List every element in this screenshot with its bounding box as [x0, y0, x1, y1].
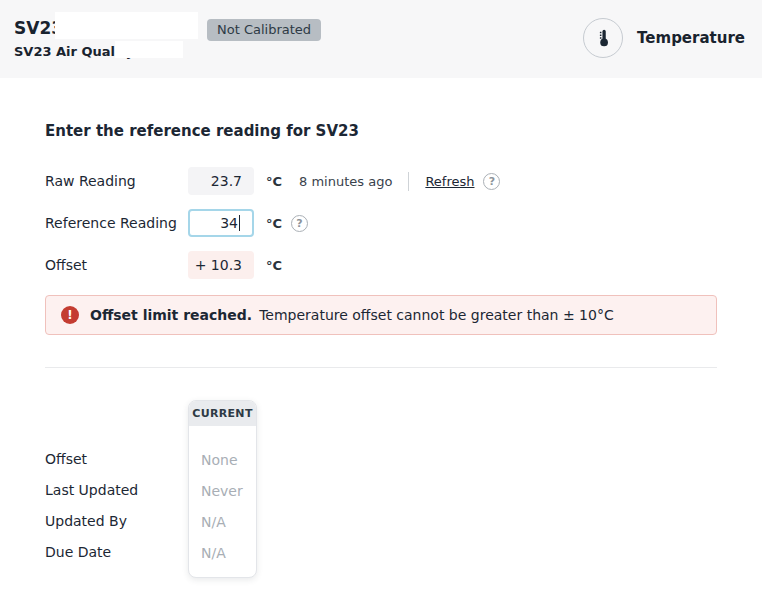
text-caret — [239, 215, 240, 231]
exclamation-icon: ! — [61, 306, 79, 324]
history-row-label: Due Date — [45, 542, 138, 573]
offset-value: + 10.3 — [188, 251, 254, 279]
redacted-area — [55, 12, 198, 39]
sensor-type-indicator: Temperature — [583, 0, 762, 58]
history-row-label: Last Updated — [45, 480, 138, 511]
thermometer-icon — [583, 18, 623, 58]
raw-reading-row: Raw Reading 23.7 °C 8 minutes ago Refres… — [45, 167, 717, 195]
raw-reading-value: 23.7 — [188, 167, 254, 195]
history-row-value: N/A — [201, 543, 256, 574]
history-row-value: None — [201, 450, 256, 481]
history-labels: Offset Last Updated Updated By Due Date — [45, 449, 138, 573]
reference-reading-input[interactable]: 34 — [188, 209, 254, 237]
raw-reading-age: 8 minutes ago — [299, 174, 392, 189]
raw-reading-unit: °C — [266, 174, 282, 189]
question-mark-icon[interactable]: ? — [483, 173, 500, 190]
question-mark-icon[interactable]: ? — [291, 215, 308, 232]
offset-unit: °C — [266, 258, 282, 273]
calibration-page: SV23 SV23 Air Quality Not Calibrated Tem… — [0, 0, 762, 598]
history-row-value: Never — [201, 481, 256, 512]
calibration-history: Offset Last Updated Updated By Due Date … — [45, 368, 717, 578]
current-column-values: None Never N/A N/A — [189, 426, 256, 574]
history-row-label: Updated By — [45, 511, 138, 542]
vertical-divider — [408, 172, 409, 191]
history-row-label: Offset — [45, 449, 138, 480]
reference-reading-label: Reference Reading — [45, 215, 188, 231]
reference-reading-unit: °C — [266, 216, 282, 231]
calibration-form: Raw Reading 23.7 °C 8 minutes ago Refres… — [45, 167, 717, 279]
offset-row: Offset + 10.3 °C — [45, 251, 717, 279]
alert-message: Temperature offset cannot be greater tha… — [259, 307, 614, 323]
offset-limit-alert: ! Offset limit reached. Temperature offs… — [45, 295, 717, 335]
reference-reading-input-value: 34 — [220, 215, 238, 231]
redacted-area — [115, 41, 183, 58]
main-content: Enter the reference reading for SV23 Raw… — [0, 122, 762, 578]
history-row-value: N/A — [201, 512, 256, 543]
sensor-type-label: Temperature — [637, 29, 745, 47]
refresh-link[interactable]: Refresh — [425, 174, 474, 189]
heading-prefix: Enter the reference reading for — [45, 122, 316, 140]
offset-label: Offset — [45, 257, 188, 273]
alert-title: Offset limit reached. — [90, 307, 252, 323]
raw-reading-label: Raw Reading — [45, 173, 188, 189]
current-column-card: CURRENT None Never N/A N/A — [188, 400, 257, 578]
calibration-status-badge: Not Calibrated — [207, 19, 321, 41]
page-title: Enter the reference reading for SV23 — [45, 122, 717, 140]
page-header: SV23 SV23 Air Quality Not Calibrated Tem… — [0, 0, 762, 78]
heading-device-name: SV23 — [316, 122, 359, 140]
reference-reading-row: Reference Reading 34 °C ? — [45, 209, 717, 237]
current-column-header: CURRENT — [189, 401, 256, 426]
